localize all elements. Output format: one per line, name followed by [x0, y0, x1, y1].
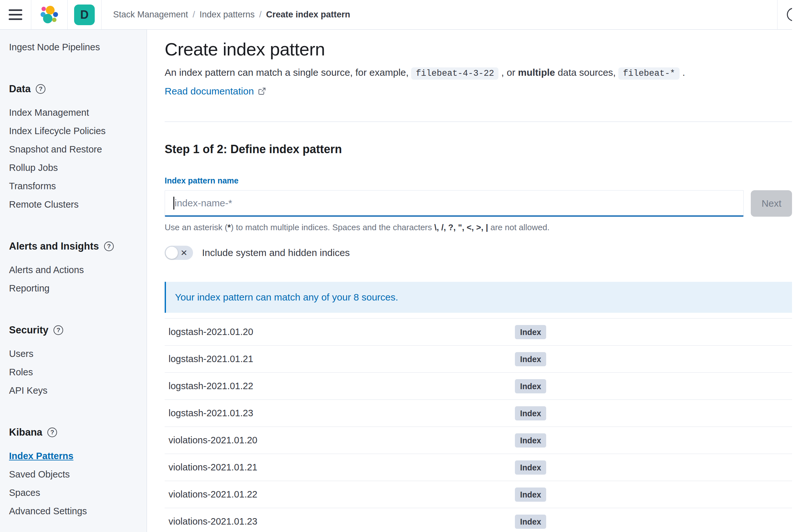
- breadcrumb: Stack Management/Index patterns/Create i…: [113, 10, 350, 20]
- source-name: violations-2021.01.21: [165, 462, 515, 473]
- index-type-badge: Index: [515, 515, 546, 529]
- source-row: logstash-2021.01.22Index: [165, 373, 792, 400]
- sidebar-list-item: Saved Objects: [9, 466, 140, 484]
- sidebar-list-item: Remote Clusters: [9, 196, 140, 214]
- sidebar-list-item: Index Patterns: [9, 448, 140, 466]
- sidebar-item-list: UsersRolesAPI Keys: [9, 345, 140, 401]
- divider: [777, 0, 778, 30]
- step-heading: Step 1 of 2: Define index pattern: [165, 142, 792, 157]
- sidebar-list-item: Index Management: [9, 104, 140, 123]
- sidebar-item-advanced-settings[interactable]: Advanced Settings: [9, 506, 87, 516]
- source-row: logstash-2021.01.21Index: [165, 345, 792, 373]
- sidebar-section: Kibana?Index PatternsSaved ObjectsSpaces…: [9, 425, 140, 521]
- sidebar-item-saved-objects[interactable]: Saved Objects: [9, 469, 70, 479]
- top-bar: D Stack Management/Index patterns/Create…: [0, 0, 792, 30]
- app-window: D Stack Management/Index patterns/Create…: [0, 0, 792, 532]
- index-type-badge: Index: [515, 433, 546, 448]
- sidebar-item-snapshot-and-restore[interactable]: Snapshot and Restore: [9, 144, 102, 154]
- sidebar-item-api-keys[interactable]: API Keys: [9, 385, 47, 396]
- index-type-badge: Index: [515, 379, 546, 393]
- main-content: Create index pattern An index pattern ca…: [147, 30, 792, 532]
- sidebar-section: Security?UsersRolesAPI Keys: [9, 323, 140, 401]
- source-name: logstash-2021.01.23: [165, 408, 515, 419]
- sidebar-list-item: Snapshot and Restore: [9, 141, 140, 159]
- text-segment: data sources,: [555, 67, 619, 78]
- inline-code: filebeat-4-3-22: [411, 67, 498, 80]
- sidebar-item-roles[interactable]: Roles: [9, 367, 33, 377]
- sources-list: logstash-2021.01.20Indexlogstash-2021.01…: [165, 318, 792, 532]
- sidebar-item-index-management[interactable]: Index Management: [9, 107, 89, 118]
- source-name: violations-2021.01.20: [165, 435, 515, 446]
- question-circle-icon: ?: [36, 84, 45, 94]
- sidebar-section: Data?Index ManagementIndex Lifecycle Pol…: [9, 82, 140, 214]
- sidebar-section-header: Alerts and Insights?: [9, 240, 140, 253]
- sidebar-item-index-lifecycle-policies[interactable]: Index Lifecycle Policies: [9, 126, 106, 136]
- sidebar-item-transforms[interactable]: Transforms: [9, 181, 56, 191]
- bold-text: *: [228, 223, 231, 232]
- sidebar-list-item: Roles: [9, 364, 140, 382]
- source-row: violations-2021.01.23Index: [165, 508, 792, 532]
- sidebar-list-item: Spaces: [9, 484, 140, 503]
- sidebar-nav: Ingest Node PipelinesData?Index Manageme…: [0, 30, 147, 532]
- source-row: logstash-2021.01.20Index: [165, 318, 792, 345]
- breadcrumb-item: Create index pattern: [266, 10, 350, 20]
- index-type-badge: Index: [515, 460, 546, 475]
- sidebar-item-spaces[interactable]: Spaces: [9, 488, 40, 498]
- sidebar-item-list: Alerts and ActionsReporting: [9, 262, 140, 298]
- text-segment: Use an asterisk (: [165, 223, 228, 232]
- callout-text: Your index pattern can match any of your…: [175, 292, 398, 303]
- sidebar-section: Ingest Node Pipelines: [9, 39, 140, 57]
- index-pattern-name-input[interactable]: index-name-*: [165, 190, 744, 217]
- read-documentation-link[interactable]: Read documentation: [165, 85, 254, 98]
- divider: [101, 0, 102, 29]
- next-step-button[interactable]: Next: [751, 190, 792, 217]
- sidebar-list-item: Users: [9, 345, 140, 364]
- sidebar-item-rollup-jobs[interactable]: Rollup Jobs: [9, 163, 58, 173]
- toggle-knob: [165, 247, 178, 259]
- source-row: violations-2021.01.22Index: [165, 481, 792, 508]
- input-placeholder: index-name-*: [175, 198, 232, 209]
- page-title: Create index pattern: [165, 39, 792, 60]
- question-circle-icon: ?: [54, 325, 63, 335]
- sidebar-item-reporting[interactable]: Reporting: [9, 283, 49, 293]
- breadcrumb-item[interactable]: Index patterns: [200, 10, 255, 20]
- sidebar-list-item: Alerts and Actions: [9, 262, 140, 280]
- sidebar-item-alerts-and-actions[interactable]: Alerts and Actions: [9, 265, 84, 275]
- sidebar-item-remote-clusters[interactable]: Remote Clusters: [9, 199, 78, 210]
- text-segment: An index pattern can match a single sour…: [165, 67, 411, 78]
- sidebar-list-item: API Keys: [9, 382, 140, 401]
- sidebar-section-header: Kibana?: [9, 425, 140, 439]
- menu-icon[interactable]: [0, 0, 31, 29]
- sidebar-list-item: Ingest Node Pipelines: [9, 39, 140, 57]
- elastic-logo-icon: [39, 5, 59, 25]
- text-caret: [173, 197, 174, 210]
- sidebar-item-ingest-node-pipelines[interactable]: Ingest Node Pipelines: [9, 42, 100, 52]
- sidebar-list-item: Transforms: [9, 178, 140, 196]
- sidebar-list-item: Rollup Jobs: [9, 159, 140, 178]
- elastic-logo[interactable]: [31, 0, 67, 29]
- sidebar-section-title: Alerts and Insights: [9, 240, 99, 253]
- breadcrumb-item[interactable]: Stack Management: [113, 10, 188, 20]
- source-name: logstash-2021.01.20: [165, 327, 515, 337]
- breadcrumb-separator: /: [193, 10, 195, 20]
- inline-code: filebeat-*: [618, 67, 680, 80]
- sidebar-item-users[interactable]: Users: [9, 349, 33, 359]
- bold-text: \, /, ?, ", <, >, |: [434, 223, 488, 232]
- sidebar-list-item: Reporting: [9, 280, 140, 298]
- text-segment: .: [680, 67, 685, 78]
- source-name: logstash-2021.01.21: [165, 354, 515, 364]
- text-segment: , or: [498, 67, 518, 78]
- sidebar-item-index-patterns[interactable]: Index Patterns: [9, 451, 73, 461]
- source-name: logstash-2021.01.22: [165, 381, 515, 391]
- breadcrumb-separator: /: [259, 10, 262, 20]
- deployment-avatar[interactable]: D: [74, 4, 95, 25]
- include-hidden-indices-toggle[interactable]: ×: [165, 246, 193, 260]
- sources-match-callout: Your index pattern can match any of your…: [165, 282, 792, 313]
- text-segment: are not allowed.: [488, 223, 550, 232]
- sidebar-item-list: Ingest Node Pipelines: [9, 39, 140, 57]
- toggle-off-x-icon: ×: [181, 246, 187, 260]
- sidebar-section: Alerts and Insights?Alerts and ActionsRe…: [9, 240, 140, 298]
- help-icon[interactable]: [787, 8, 792, 21]
- divider: [165, 122, 792, 122]
- source-row: violations-2021.01.21Index: [165, 454, 792, 481]
